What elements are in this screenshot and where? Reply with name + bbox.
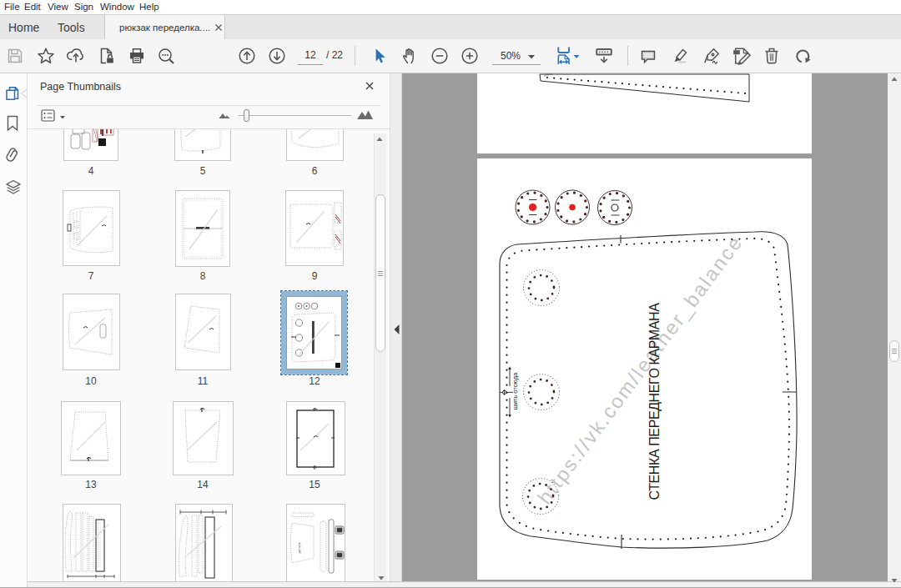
svg-text:шить отсюда: шить отсюда [511, 372, 519, 410]
svg-text:детали: детали [297, 542, 301, 553]
svg-text:СТЕНКА ПЕРЕДНЕГО КАРМАНА: СТЕНКА ПЕРЕДНЕГО КАРМАНА [647, 303, 662, 500]
svg-text:https://vk.com/leather_balance: https://vk.com/leather_balance [533, 231, 747, 509]
